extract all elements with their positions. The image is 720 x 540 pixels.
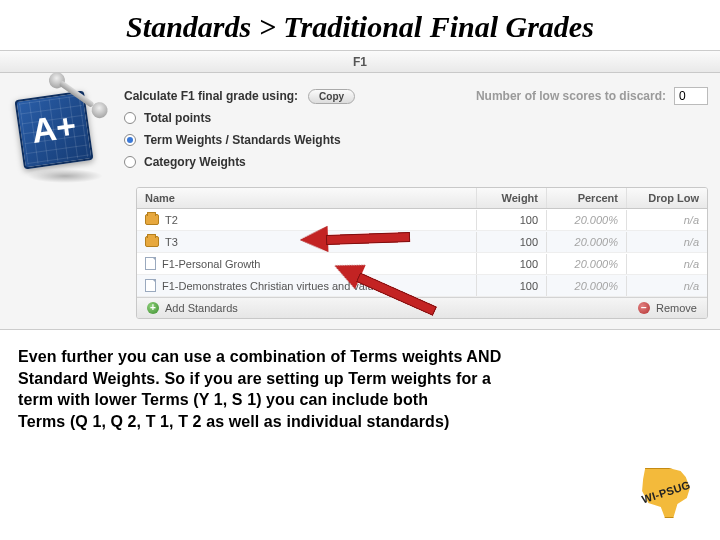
opt-total-label: Total points (144, 111, 211, 125)
minus-icon: − (638, 302, 650, 314)
remove-button[interactable]: − Remove (638, 302, 697, 314)
weights-table: Name Weight Percent Drop Low T2 100 20.0… (136, 187, 708, 319)
row-name: T2 (165, 214, 178, 226)
row-name: F1-Personal Growth (162, 258, 260, 270)
row-percent: 20.000% (547, 210, 627, 230)
calc-label: Calculate F1 final grade using: (124, 89, 298, 103)
row-name: T3 (165, 236, 178, 248)
opt-term-label: Term Weights / Standards Weights (144, 133, 341, 147)
col-percent[interactable]: Percent (547, 188, 627, 208)
row-weight[interactable]: 100 (477, 276, 547, 296)
table-row[interactable]: T2 100 20.000% n/a (137, 209, 707, 231)
copy-button[interactable]: Copy (308, 89, 355, 104)
slide-title: Standards > Traditional Final Grades (0, 0, 720, 50)
radio-total-points[interactable] (124, 112, 136, 124)
row-drop: n/a (627, 276, 707, 296)
row-percent: 20.000% (547, 276, 627, 296)
term-tab-label[interactable]: F1 (353, 55, 367, 69)
slide-body-text: Even further you can use a combination o… (18, 346, 680, 432)
radio-category-weights[interactable] (124, 156, 136, 168)
table-row[interactable]: F1-Personal Growth 100 20.000% n/a (137, 253, 707, 275)
add-standards-button[interactable]: + Add Standards (147, 302, 238, 314)
table-row[interactable]: F1-Demonstrates Christian virtues and va… (137, 275, 707, 297)
row-percent: 20.000% (547, 232, 627, 252)
standard-icon (145, 257, 156, 270)
remove-label: Remove (656, 302, 697, 314)
folder-icon (145, 214, 159, 225)
row-drop: n/a (627, 210, 707, 230)
add-standards-label: Add Standards (165, 302, 238, 314)
grade-setup-icon: A+ (15, 85, 107, 177)
row-name: F1-Demonstrates Christian virtues and va… (162, 280, 385, 292)
standard-icon (145, 279, 156, 292)
row-drop: n/a (627, 232, 707, 252)
row-weight[interactable]: 100 (477, 254, 547, 274)
col-weight[interactable]: Weight (477, 188, 547, 208)
row-percent: 20.000% (547, 254, 627, 274)
radio-term-weights[interactable] (124, 134, 136, 146)
col-name[interactable]: Name (137, 188, 477, 208)
col-droplow[interactable]: Drop Low (627, 188, 707, 208)
row-weight[interactable]: 100 (477, 210, 547, 230)
folder-icon (145, 236, 159, 247)
settings-panel: F1 A+ Calculate F1 final grade using: Co… (0, 50, 720, 330)
opt-cat-label: Category Weights (144, 155, 246, 169)
plus-icon: + (147, 302, 159, 314)
row-drop: n/a (627, 254, 707, 274)
discard-label: Number of low scores to discard: (476, 89, 666, 103)
wipsug-badge: WI-PSUG (636, 466, 696, 522)
table-row[interactable]: T3 100 20.000% n/a (137, 231, 707, 253)
app-icon-column: A+ (12, 85, 110, 177)
discard-input[interactable] (674, 87, 708, 105)
term-header-bar: F1 (0, 51, 720, 73)
row-weight[interactable]: 100 (477, 232, 547, 252)
